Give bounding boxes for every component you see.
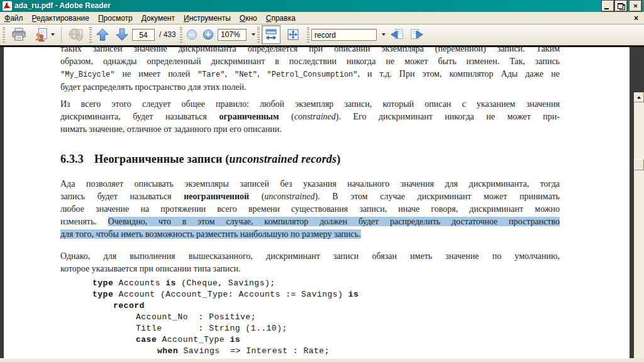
email-dropdown-icon bbox=[51, 33, 55, 36]
menu-file[interactable]: Файл bbox=[0, 13, 28, 24]
toolbar: / 433 107% bbox=[0, 25, 644, 46]
adobe-reader-window: ada_ru.pdf - Adobe Reader × Файл Редакти… bbox=[0, 0, 644, 362]
text-line: образом, однажды определенный дискримина… bbox=[60, 55, 560, 68]
find-next-icon bbox=[409, 28, 425, 41]
selected-text: для того, чтобы иметь возможность размес… bbox=[60, 229, 361, 239]
window-title: ada_ru.pdf - Adobe Reader bbox=[14, 0, 602, 12]
code-line: type Accounts is (Cheque, Savings); bbox=[92, 278, 560, 289]
close-button[interactable]: × bbox=[630, 1, 641, 11]
section-heading: 6.3.3Неограниченные записи (unconstraine… bbox=[60, 151, 560, 167]
zoom-in-button[interactable] bbox=[201, 25, 216, 44]
page-total-label: / 433 bbox=[159, 30, 176, 39]
section-number: 6.3.3 bbox=[60, 153, 84, 165]
minimize-button[interactable] bbox=[602, 1, 614, 11]
find-previous-icon bbox=[389, 28, 404, 41]
title-bar: ada_ru.pdf - Adobe Reader × bbox=[0, 0, 644, 12]
page-text: таких записей значение дискриминанта опр… bbox=[60, 47, 560, 358]
paragraph: Однако, для выполнения вышесказанного, д… bbox=[60, 250, 560, 275]
adobe-reader-icon bbox=[3, 1, 12, 11]
next-page-button[interactable] bbox=[113, 25, 131, 44]
fit-width-button[interactable] bbox=[262, 25, 280, 44]
pdf-page[interactable]: таких записей значение дискриминанта опр… bbox=[4, 47, 630, 358]
menu-window[interactable]: Окно bbox=[235, 13, 262, 24]
code-line: type Account (Account_Type: Accounts := … bbox=[92, 289, 560, 300]
search-input[interactable] bbox=[311, 29, 377, 41]
find-next-button[interactable] bbox=[408, 25, 426, 44]
code-line: Title : String (1..10); bbox=[92, 323, 560, 334]
toolbar-grip[interactable] bbox=[89, 27, 92, 43]
email-review-icon bbox=[33, 27, 49, 42]
text-line: которое указывается при описании типа за… bbox=[60, 263, 560, 275]
code-line: Account_No : Positive; bbox=[92, 312, 560, 323]
print-button[interactable] bbox=[8, 25, 30, 44]
menu-edit[interactable]: Редактирование bbox=[28, 13, 94, 24]
zoom-level-box[interactable]: 107% bbox=[218, 29, 247, 41]
horizontal-scrollbar[interactable] bbox=[0, 358, 634, 362]
close-icon: × bbox=[633, 3, 637, 9]
zoom-dropdown-icon bbox=[252, 33, 255, 36]
menu-help[interactable]: Справка bbox=[262, 13, 300, 24]
menu-document[interactable]: Документ bbox=[137, 13, 179, 24]
fit-width-icon bbox=[264, 28, 278, 41]
toolbar-grip[interactable] bbox=[307, 27, 309, 43]
menu-tools[interactable]: Инструменты bbox=[179, 13, 235, 24]
menu-view[interactable]: Просмотр bbox=[94, 13, 137, 24]
fit-page-icon bbox=[286, 28, 300, 41]
minimize-icon bbox=[604, 8, 609, 9]
toolbar-grip[interactable] bbox=[180, 27, 182, 43]
zoom-out-button[interactable] bbox=[184, 25, 199, 44]
text-line: "My_Bicycle" не имеет полей "Tare", "Net… bbox=[60, 68, 560, 81]
paragraph: Из всего этого следует общее правило: лю… bbox=[60, 98, 560, 136]
toolbar-grip[interactable] bbox=[3, 27, 5, 43]
page-number-input[interactable] bbox=[132, 29, 155, 41]
text-line: для того, чтобы иметь возможность размес… bbox=[60, 228, 560, 241]
code-block: type Accounts is (Cheque, Savings); type… bbox=[92, 278, 560, 358]
paragraph: Ада позволяет описывать экземпляры запис… bbox=[60, 178, 560, 241]
code-line: when Savings => Interest : Rate; bbox=[92, 346, 560, 357]
search-dropdown-icon bbox=[382, 33, 386, 36]
text-line: Ада позволяет описывать экземпляры запис… bbox=[60, 178, 560, 190]
paragraph: таких записей значение дискриминанта опр… bbox=[60, 47, 560, 94]
document-area: таких записей значение дискриминанта опр… bbox=[0, 45, 644, 362]
arrow-down-icon bbox=[114, 26, 130, 43]
fit-page-button[interactable] bbox=[284, 25, 303, 44]
text-line: будет распределять пространство для этих… bbox=[60, 81, 560, 94]
globe-icon bbox=[67, 27, 85, 42]
text-line: нимать значение, отличное от заданного п… bbox=[60, 123, 560, 136]
zoom-dropdown-button[interactable] bbox=[248, 25, 257, 44]
email-button[interactable] bbox=[31, 25, 57, 44]
restore-button[interactable] bbox=[615, 1, 627, 11]
plus-icon bbox=[203, 28, 214, 41]
search-dropdown-button[interactable] bbox=[378, 25, 387, 44]
vertical-scrollbar[interactable] bbox=[634, 92, 644, 362]
toolbar-grip[interactable] bbox=[257, 27, 260, 43]
code-line: record bbox=[92, 300, 560, 312]
code-line: case Account_Type is bbox=[92, 334, 560, 346]
text-line: таких записей значение дискриминанта опр… bbox=[60, 47, 560, 55]
printer-icon bbox=[11, 27, 27, 42]
web-capture-button-disabled bbox=[65, 25, 87, 44]
text-line: дискриминанта, будет называться ограниче… bbox=[60, 111, 560, 123]
scroll-up-button[interactable] bbox=[634, 92, 644, 102]
menu-bar: Файл Редактирование Просмотр Документ Ин… bbox=[0, 12, 644, 25]
selected-text: Очевидно, что в этом случае, компилятор … bbox=[108, 217, 560, 226]
minus-icon bbox=[186, 28, 197, 41]
text-line: Из всего этого следует общее правило: лю… bbox=[60, 98, 560, 111]
scrollbar-corner bbox=[634, 358, 644, 362]
arrow-up-icon bbox=[95, 26, 110, 43]
document-close-icon[interactable]: × bbox=[632, 14, 640, 23]
scrollbar-thumb[interactable] bbox=[634, 159, 644, 170]
text-line: запись будет называться неограниченной (… bbox=[60, 190, 560, 203]
find-previous-button[interactable] bbox=[387, 25, 406, 44]
text-line: любое значение на протяжении всего време… bbox=[60, 203, 560, 216]
previous-page-button[interactable] bbox=[93, 25, 112, 44]
text-line: изменять. Очевидно, что в этом случае, к… bbox=[60, 216, 560, 228]
arrow-up-icon bbox=[637, 96, 641, 99]
text-line: Однако, для выполнения вышесказанного, д… bbox=[60, 250, 560, 263]
